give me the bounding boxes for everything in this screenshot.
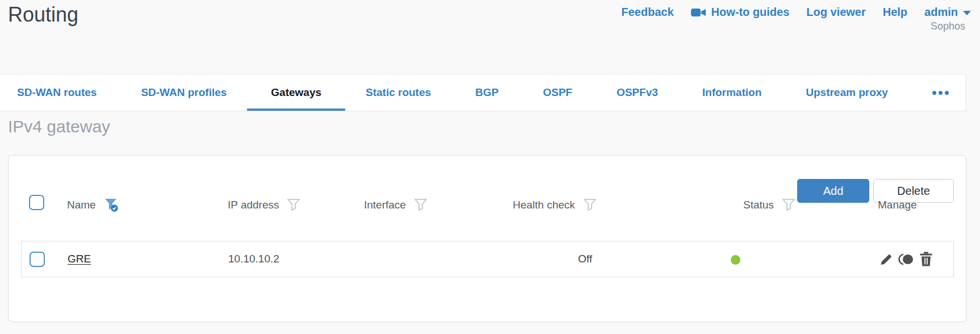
howto-guides-label: How-to guides: [711, 6, 790, 19]
gateway-name-cell: GRE: [68, 241, 91, 277]
admin-label: admin: [924, 6, 958, 19]
select-all-checkbox[interactable]: [29, 195, 44, 210]
caret-down-icon: [963, 11, 971, 15]
tab-ospf[interactable]: OSPF: [543, 74, 572, 111]
log-viewer-link[interactable]: Log viewer: [806, 6, 865, 19]
tab-bar: SD-WAN routes SD-WAN profiles Gateways S…: [0, 74, 966, 111]
status-indicator-green: [731, 255, 740, 265]
column-header-health-check: Health check: [513, 197, 596, 214]
tab-sdwan-profiles[interactable]: SD-WAN profiles: [141, 74, 227, 111]
tab-ospfv3[interactable]: OSPFv3: [617, 74, 658, 111]
name-column-label: Name: [67, 199, 96, 211]
tab-sdwan-routes[interactable]: SD-WAN routes: [17, 74, 97, 111]
interface-column-label: Interface: [364, 199, 406, 211]
filter-icon[interactable]: [287, 199, 300, 211]
health-check-column-label: Health check: [513, 199, 575, 211]
toggle-status-icon[interactable]: [898, 252, 914, 266]
tab-information[interactable]: Information: [702, 74, 762, 111]
gateway-health-check-cell: Off: [578, 241, 592, 277]
feedback-label: Feedback: [621, 6, 673, 19]
status-column-label: Status: [743, 199, 774, 211]
filter-icon[interactable]: [782, 199, 795, 211]
filter-active-icon[interactable]: [104, 198, 119, 212]
feedback-link[interactable]: Feedback: [621, 6, 673, 19]
video-camera-icon: [691, 7, 706, 18]
column-header-ip-address: IP address: [228, 197, 300, 214]
column-header-status: Status: [743, 197, 795, 214]
column-header-manage: Manage: [878, 197, 917, 214]
log-viewer-label: Log viewer: [806, 6, 865, 19]
gateway-table: GRE 10.10.10.2 Off: [21, 241, 954, 277]
filter-icon[interactable]: [584, 199, 596, 211]
tab-upstream-proxy[interactable]: Upstream proxy: [806, 74, 888, 111]
howto-guides-link[interactable]: How-to guides: [691, 6, 790, 19]
edit-icon[interactable]: [879, 252, 893, 266]
gateway-ip-value: 10.10.10.2: [228, 253, 279, 265]
brand-label: Sophos: [931, 20, 965, 32]
ellipsis-icon: [932, 91, 936, 95]
tabs-overflow-button[interactable]: [932, 74, 949, 111]
row-checkbox[interactable]: [30, 252, 45, 267]
header-links: Feedback How-to guides Log viewer Help a…: [621, 6, 971, 19]
health-check-value: Off: [578, 253, 592, 265]
ip-column-label: IP address: [228, 199, 279, 211]
help-label: Help: [883, 6, 907, 19]
column-header-interface: Interface: [364, 197, 427, 214]
tab-gateways[interactable]: Gateways: [271, 74, 321, 111]
column-header-name: Name: [67, 197, 119, 214]
manage-column-label: Manage: [878, 199, 917, 211]
tab-bgp[interactable]: BGP: [475, 74, 499, 111]
filter-icon[interactable]: [414, 199, 427, 211]
gateway-ip-cell: 10.10.10.2: [228, 241, 279, 277]
gateway-name-link[interactable]: GRE: [68, 253, 91, 265]
section-heading: IPv4 gateway: [8, 117, 110, 136]
manage-actions: [879, 241, 933, 277]
tab-static-routes[interactable]: Static routes: [366, 74, 431, 111]
gateway-card: Add Delete Name IP address Interface: [8, 155, 966, 322]
add-button[interactable]: Add: [797, 179, 869, 203]
admin-menu[interactable]: admin: [924, 6, 971, 19]
delete-icon[interactable]: [919, 252, 933, 266]
help-link[interactable]: Help: [883, 6, 907, 19]
page-title: Routing: [8, 0, 78, 30]
